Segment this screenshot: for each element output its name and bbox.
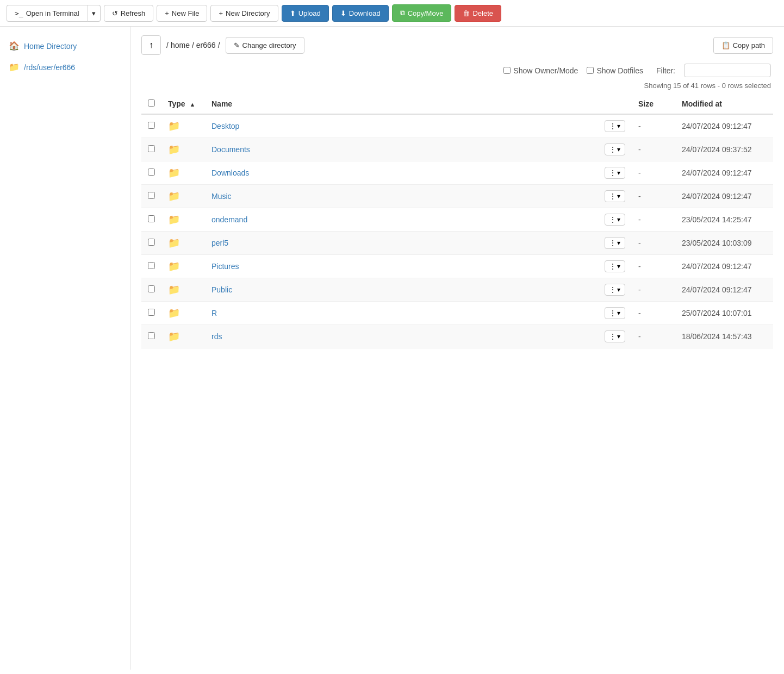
actions-column-header <box>598 94 632 114</box>
file-name-link[interactable]: perl5 <box>211 239 228 247</box>
row-size-cell: - <box>632 255 675 278</box>
row-action-button[interactable]: ⋮ ▾ <box>605 284 625 296</box>
chevron-down-icon: ▾ <box>617 286 620 294</box>
row-type-cell: 📁 <box>161 302 205 325</box>
row-checkbox-cell <box>141 138 161 161</box>
row-action-button[interactable]: ⋮ ▾ <box>605 307 625 319</box>
copy-move-button[interactable]: ⧉ Copy/Move <box>392 4 452 22</box>
folder-icon: 📁 <box>168 284 180 295</box>
row-name-cell: Desktop <box>205 114 598 138</box>
row-modified-cell: 24/07/2024 09:12:47 <box>675 255 773 278</box>
row-checkbox[interactable] <box>148 285 155 292</box>
row-modified-cell: 24/07/2024 09:37:52 <box>675 138 773 161</box>
row-checkbox[interactable] <box>148 239 155 246</box>
row-checkbox-cell <box>141 278 161 302</box>
file-name-link[interactable]: Public <box>211 285 232 294</box>
row-name-cell: Public <box>205 278 598 302</box>
row-type-cell: 📁 <box>161 114 205 138</box>
row-checkbox[interactable] <box>148 122 155 129</box>
sidebar-item-home-directory[interactable]: 🏠 Home Directory <box>0 35 130 57</box>
chevron-down-icon: ▾ <box>617 309 620 317</box>
sidebar-rds-label: /rds/user/er666 <box>24 63 75 72</box>
chevron-down-icon: ▾ <box>617 216 620 223</box>
file-name-link[interactable]: ondemand <box>211 215 247 224</box>
row-action-button[interactable]: ⋮ ▾ <box>605 214 625 226</box>
file-name-link[interactable]: Downloads <box>211 168 249 177</box>
file-name-link[interactable]: Documents <box>211 145 250 154</box>
name-column-header[interactable]: Name <box>205 94 598 114</box>
filters-row: Show Owner/Mode Show Dotfiles Filter: <box>141 64 773 77</box>
show-owner-mode-checkbox-label[interactable]: Show Owner/Mode <box>503 66 578 75</box>
sidebar-item-rds-path[interactable]: 📁 /rds/user/er666 <box>0 57 130 78</box>
row-size-cell: - <box>632 161 675 185</box>
row-action-button[interactable]: ⋮ ▾ <box>605 330 625 342</box>
size-column-header[interactable]: Size <box>632 94 675 114</box>
row-size-cell: - <box>632 208 675 232</box>
file-name-link[interactable]: rds <box>211 332 222 341</box>
row-action-button[interactable]: ⋮ ▾ <box>605 167 625 179</box>
row-checkbox[interactable] <box>148 192 155 199</box>
open-terminal-dropdown-button[interactable]: ▾ <box>87 5 101 22</box>
type-column-header[interactable]: Type ▲ <box>161 94 205 114</box>
terminal-icon: >_ <box>15 9 23 17</box>
folder-icon: 📁 <box>168 121 180 132</box>
row-checkbox-cell <box>141 302 161 325</box>
file-name-link[interactable]: Music <box>211 192 232 201</box>
show-dotfiles-checkbox-label[interactable]: Show Dotfiles <box>587 66 643 75</box>
chevron-down-icon: ▾ <box>617 333 620 340</box>
row-action-button[interactable]: ⋮ ▾ <box>605 120 625 132</box>
delete-button[interactable]: 🗑 Delete <box>455 5 501 22</box>
open-terminal-button[interactable]: >_ Open in Terminal <box>7 5 87 22</box>
row-modified-cell: 23/05/2024 14:25:47 <box>675 208 773 232</box>
row-size-cell: - <box>632 325 675 348</box>
change-directory-button[interactable]: ✎ Change directory <box>226 37 304 54</box>
row-action-button[interactable]: ⋮ ▾ <box>605 260 625 272</box>
row-action-button[interactable]: ⋮ ▾ <box>605 237 625 249</box>
upload-button[interactable]: ⬆ Upload <box>282 5 329 22</box>
table-row: 📁 Desktop ⋮ ▾ - 24/07/2024 09:12:47 <box>141 114 773 138</box>
select-all-checkbox[interactable] <box>148 99 155 107</box>
download-button[interactable]: ⬇ Download <box>332 5 389 22</box>
row-size-cell: - <box>632 114 675 138</box>
row-checkbox[interactable] <box>148 145 155 152</box>
table-row: 📁 Documents ⋮ ▾ - 24/07/2024 09:37:52 <box>141 138 773 161</box>
dots-icon: ⋮ <box>609 239 616 247</box>
file-name-link[interactable]: Desktop <box>211 122 239 130</box>
modified-column-header[interactable]: Modified at <box>675 94 773 114</box>
row-checkbox[interactable] <box>148 332 155 339</box>
path-actions: 📋 Copy path <box>713 37 773 54</box>
new-directory-button[interactable]: + New Directory <box>210 5 278 22</box>
file-name-link[interactable]: Pictures <box>211 262 239 271</box>
show-dotfiles-checkbox[interactable] <box>587 67 594 74</box>
row-name-cell: R <box>205 302 598 325</box>
row-checkbox-cell <box>141 255 161 278</box>
plus-icon-dir: + <box>219 9 223 17</box>
file-name-link[interactable]: R <box>211 309 217 317</box>
refresh-button[interactable]: ↺ Refresh <box>104 5 154 22</box>
row-type-cell: 📁 <box>161 161 205 185</box>
plus-icon: + <box>165 9 169 17</box>
row-checkbox[interactable] <box>148 215 155 222</box>
row-type-cell: 📁 <box>161 208 205 232</box>
show-owner-mode-label: Show Owner/Mode <box>513 66 578 75</box>
row-checkbox[interactable] <box>148 168 155 176</box>
new-file-button[interactable]: + New File <box>157 5 207 22</box>
folder-icon: 📁 <box>168 214 180 225</box>
content-area: ↑ / home / er666 / ✎ Change directory 📋 … <box>130 27 784 670</box>
row-action-button[interactable]: ⋮ ▾ <box>605 190 625 202</box>
row-type-cell: 📁 <box>161 325 205 348</box>
filter-input[interactable] <box>684 64 771 77</box>
row-checkbox-cell <box>141 161 161 185</box>
show-owner-mode-checkbox[interactable] <box>503 67 511 74</box>
row-action-cell: ⋮ ▾ <box>598 138 632 161</box>
dots-icon: ⋮ <box>609 146 616 153</box>
table-row: 📁 perl5 ⋮ ▾ - 23/05/2024 10:03:09 <box>141 232 773 255</box>
row-action-button[interactable]: ⋮ ▾ <box>605 143 625 155</box>
row-checkbox[interactable] <box>148 262 155 269</box>
folder-icon: 📁 <box>168 167 180 178</box>
row-size-cell: - <box>632 302 675 325</box>
table-row: 📁 Downloads ⋮ ▾ - 24/07/2024 09:12:47 <box>141 161 773 185</box>
path-up-button[interactable]: ↑ <box>141 35 161 55</box>
copy-path-button[interactable]: 📋 Copy path <box>713 37 773 54</box>
row-checkbox[interactable] <box>148 309 155 316</box>
